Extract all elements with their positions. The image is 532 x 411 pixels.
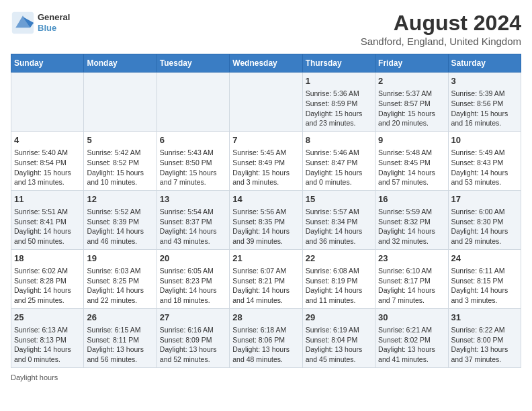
logo-line1: General	[38, 12, 70, 23]
day-info: Sunrise: 5:49 AM Sunset: 8:43 PM Dayligh…	[451, 148, 518, 187]
day-number: 3	[451, 75, 518, 87]
day-number: 20	[160, 253, 226, 265]
day-info: Sunrise: 5:45 AM Sunset: 8:49 PM Dayligh…	[232, 148, 299, 187]
day-info: Sunrise: 5:56 AM Sunset: 8:35 PM Dayligh…	[232, 207, 299, 246]
day-number: 8	[306, 134, 372, 146]
day-number: 2	[378, 75, 445, 87]
logo: General Blue	[11, 11, 70, 35]
calendar-cell: 10Sunrise: 5:49 AM Sunset: 8:43 PM Dayli…	[448, 131, 521, 190]
day-number: 24	[451, 253, 518, 265]
day-number: 15	[306, 193, 372, 205]
week-row-2: 11Sunrise: 5:51 AM Sunset: 8:41 PM Dayli…	[11, 190, 521, 249]
day-info: Sunrise: 6:15 AM Sunset: 8:11 PM Dayligh…	[87, 325, 153, 365]
day-number: 22	[306, 253, 372, 265]
day-number: 25	[14, 312, 81, 324]
calendar-cell: 21Sunrise: 6:07 AM Sunset: 8:21 PM Dayli…	[230, 249, 302, 308]
day-number: 4	[14, 134, 81, 146]
header-day-wednesday: Wednesday	[230, 54, 302, 73]
calendar-cell	[84, 73, 157, 132]
day-number: 21	[232, 253, 299, 265]
day-number: 7	[232, 134, 299, 146]
calendar-cell: 7Sunrise: 5:45 AM Sunset: 8:49 PM Daylig…	[230, 131, 302, 190]
day-number: 27	[160, 312, 226, 324]
calendar-cell: 17Sunrise: 6:00 AM Sunset: 8:30 PM Dayli…	[448, 190, 521, 249]
day-number: 5	[87, 134, 153, 146]
header-row: SundayMondayTuesdayWednesdayThursdayFrid…	[11, 54, 521, 73]
calendar-cell: 28Sunrise: 6:18 AM Sunset: 8:06 PM Dayli…	[230, 308, 302, 367]
day-number: 1	[306, 75, 372, 87]
calendar-cell: 31Sunrise: 6:22 AM Sunset: 8:00 PM Dayli…	[448, 308, 521, 367]
subtitle: Sandford, England, United Kingdom	[361, 36, 521, 47]
week-row-4: 25Sunrise: 6:13 AM Sunset: 8:13 PM Dayli…	[11, 308, 521, 367]
day-info: Sunrise: 5:46 AM Sunset: 8:47 PM Dayligh…	[306, 148, 372, 187]
day-number: 31	[451, 312, 518, 324]
calendar-cell: 2Sunrise: 5:37 AM Sunset: 8:57 PM Daylig…	[375, 73, 448, 132]
calendar-cell: 1Sunrise: 5:36 AM Sunset: 8:59 PM Daylig…	[302, 73, 375, 132]
day-info: Sunrise: 6:18 AM Sunset: 8:06 PM Dayligh…	[232, 325, 299, 365]
day-info: Sunrise: 6:03 AM Sunset: 8:25 PM Dayligh…	[87, 266, 153, 306]
calendar-cell: 19Sunrise: 6:03 AM Sunset: 8:25 PM Dayli…	[84, 249, 157, 308]
day-info: Sunrise: 6:21 AM Sunset: 8:02 PM Dayligh…	[378, 325, 445, 365]
logo-text: General Blue	[38, 12, 70, 33]
day-number: 26	[87, 312, 153, 324]
day-number: 16	[378, 193, 445, 205]
day-info: Sunrise: 5:43 AM Sunset: 8:50 PM Dayligh…	[160, 148, 226, 187]
day-number: 29	[306, 312, 372, 324]
footer-note: Daylight hours	[11, 373, 521, 381]
calendar-cell: 13Sunrise: 5:54 AM Sunset: 8:37 PM Dayli…	[157, 190, 229, 249]
day-info: Sunrise: 5:42 AM Sunset: 8:52 PM Dayligh…	[87, 148, 153, 187]
day-number: 17	[451, 193, 518, 205]
header-day-tuesday: Tuesday	[157, 54, 229, 73]
calendar-cell: 23Sunrise: 6:10 AM Sunset: 8:17 PM Dayli…	[375, 249, 448, 308]
week-row-1: 4Sunrise: 5:40 AM Sunset: 8:54 PM Daylig…	[11, 131, 521, 190]
day-number: 6	[160, 134, 226, 146]
calendar-cell: 16Sunrise: 5:59 AM Sunset: 8:32 PM Dayli…	[375, 190, 448, 249]
day-info: Sunrise: 6:10 AM Sunset: 8:17 PM Dayligh…	[378, 266, 445, 306]
day-number: 30	[378, 312, 445, 324]
day-info: Sunrise: 5:57 AM Sunset: 8:34 PM Dayligh…	[306, 207, 372, 246]
day-number: 12	[87, 193, 153, 205]
day-number: 18	[14, 253, 81, 265]
calendar-cell: 9Sunrise: 5:48 AM Sunset: 8:45 PM Daylig…	[375, 131, 448, 190]
calendar-cell: 6Sunrise: 5:43 AM Sunset: 8:50 PM Daylig…	[157, 131, 229, 190]
day-info: Sunrise: 5:40 AM Sunset: 8:54 PM Dayligh…	[14, 148, 81, 187]
day-info: Sunrise: 5:52 AM Sunset: 8:39 PM Dayligh…	[87, 207, 153, 246]
day-info: Sunrise: 5:51 AM Sunset: 8:41 PM Dayligh…	[14, 207, 81, 246]
calendar-cell: 8Sunrise: 5:46 AM Sunset: 8:47 PM Daylig…	[302, 131, 375, 190]
day-info: Sunrise: 5:48 AM Sunset: 8:45 PM Dayligh…	[378, 148, 445, 187]
day-info: Sunrise: 5:54 AM Sunset: 8:37 PM Dayligh…	[160, 207, 226, 246]
calendar-cell: 25Sunrise: 6:13 AM Sunset: 8:13 PM Dayli…	[11, 308, 84, 367]
header-day-friday: Friday	[375, 54, 448, 73]
logo-icon	[11, 11, 35, 35]
header-day-monday: Monday	[84, 54, 157, 73]
day-info: Sunrise: 5:39 AM Sunset: 8:56 PM Dayligh…	[451, 89, 518, 128]
calendar-cell	[157, 73, 229, 132]
calendar-cell: 3Sunrise: 5:39 AM Sunset: 8:56 PM Daylig…	[448, 73, 521, 132]
calendar-cell: 24Sunrise: 6:11 AM Sunset: 8:15 PM Dayli…	[448, 249, 521, 308]
day-info: Sunrise: 6:05 AM Sunset: 8:23 PM Dayligh…	[160, 266, 226, 306]
calendar-cell: 29Sunrise: 6:19 AM Sunset: 8:04 PM Dayli…	[302, 308, 375, 367]
header: General Blue August 2024 Sandford, Engla…	[11, 11, 521, 47]
calendar-cell	[230, 73, 302, 132]
calendar-cell: 12Sunrise: 5:52 AM Sunset: 8:39 PM Dayli…	[84, 190, 157, 249]
calendar-cell	[11, 73, 84, 132]
day-number: 13	[160, 193, 226, 205]
day-number: 19	[87, 253, 153, 265]
calendar-cell: 14Sunrise: 5:56 AM Sunset: 8:35 PM Dayli…	[230, 190, 302, 249]
day-number: 10	[451, 134, 518, 146]
calendar-cell: 22Sunrise: 6:08 AM Sunset: 8:19 PM Dayli…	[302, 249, 375, 308]
calendar-cell: 30Sunrise: 6:21 AM Sunset: 8:02 PM Dayli…	[375, 308, 448, 367]
calendar-cell: 5Sunrise: 5:42 AM Sunset: 8:52 PM Daylig…	[84, 131, 157, 190]
day-info: Sunrise: 6:13 AM Sunset: 8:13 PM Dayligh…	[14, 325, 81, 365]
calendar-cell: 18Sunrise: 6:02 AM Sunset: 8:28 PM Dayli…	[11, 249, 84, 308]
main-title: August 2024	[361, 11, 521, 36]
day-info: Sunrise: 6:00 AM Sunset: 8:30 PM Dayligh…	[451, 207, 518, 246]
day-info: Sunrise: 5:36 AM Sunset: 8:59 PM Dayligh…	[306, 89, 372, 128]
day-info: Sunrise: 6:22 AM Sunset: 8:00 PM Dayligh…	[451, 325, 518, 365]
week-row-3: 18Sunrise: 6:02 AM Sunset: 8:28 PM Dayli…	[11, 249, 521, 308]
day-info: Sunrise: 6:08 AM Sunset: 8:19 PM Dayligh…	[306, 266, 372, 306]
calendar-cell: 15Sunrise: 5:57 AM Sunset: 8:34 PM Dayli…	[302, 190, 375, 249]
week-row-0: 1Sunrise: 5:36 AM Sunset: 8:59 PM Daylig…	[11, 73, 521, 132]
calendar-cell: 11Sunrise: 5:51 AM Sunset: 8:41 PM Dayli…	[11, 190, 84, 249]
day-info: Sunrise: 5:37 AM Sunset: 8:57 PM Dayligh…	[378, 89, 445, 128]
